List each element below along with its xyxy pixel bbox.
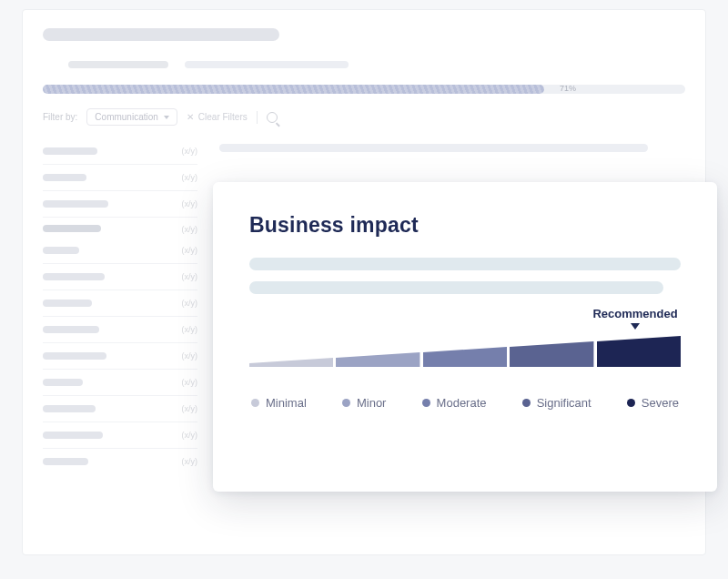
- svg-marker-3: [510, 341, 593, 367]
- bg-left-sidebar: (x/y) (x/y) (x/y) (x/y) (x/y) (x/y) (x/y…: [43, 138, 197, 474]
- bg-subheader-placeholder-a: [68, 61, 168, 68]
- recommended-indicator: Recommended: [590, 307, 681, 330]
- legend-label: Minor: [357, 396, 387, 410]
- bg-subheader-row: [43, 61, 685, 68]
- legend-dot-icon: [522, 399, 531, 407]
- card-title: Business impact: [249, 213, 681, 238]
- list-item[interactable]: (x/y): [43, 422, 197, 449]
- clear-filters-label: Clear Filters: [198, 112, 248, 122]
- bg-title-row: [43, 28, 685, 41]
- filter-by-label: Filter by:: [43, 112, 77, 122]
- legend-label: Significant: [537, 396, 592, 410]
- list-item[interactable]: (x/y): [43, 396, 197, 422]
- card-description-placeholder: [249, 281, 663, 294]
- recommended-label: Recommended: [590, 307, 681, 320]
- legend-dot-icon: [627, 399, 635, 407]
- list-item[interactable]: (x/y): [43, 370, 197, 396]
- business-impact-card: Business impact Recommended MinimalMinor…: [213, 182, 717, 492]
- list-item[interactable]: (x/y): [43, 264, 197, 290]
- filter-toolbar: Filter by: Communication ✕ Clear Filters: [43, 108, 685, 126]
- legend-item-moderate: Moderate: [422, 396, 487, 410]
- list-item[interactable]: (x/y): [43, 138, 197, 165]
- search-icon[interactable]: [267, 112, 278, 123]
- progress-bar: 71%: [43, 85, 685, 94]
- bg-subheader-placeholder-b: [185, 61, 349, 68]
- legend-item-severe: Severe: [627, 396, 679, 410]
- caret-down-icon: [631, 323, 640, 330]
- impact-scale-chart: Recommended MinimalMinorModerateSignific…: [249, 336, 681, 410]
- list-item[interactable]: (x/y): [43, 343, 197, 370]
- legend-label: Minimal: [266, 396, 307, 410]
- list-item[interactable]: (x/y): [43, 290, 197, 317]
- impact-legend: MinimalMinorModerateSignificantSevere: [249, 396, 681, 410]
- clear-filters-button[interactable]: ✕ Clear Filters: [187, 112, 248, 122]
- legend-item-minor: Minor: [342, 396, 387, 410]
- impact-wedge-significant[interactable]: [510, 336, 593, 367]
- svg-marker-2: [423, 347, 507, 367]
- svg-marker-1: [336, 352, 420, 367]
- svg-marker-0: [249, 358, 333, 367]
- legend-label: Moderate: [437, 396, 487, 410]
- chevron-down-icon: [164, 116, 169, 119]
- svg-marker-4: [597, 336, 681, 367]
- list-item[interactable]: (x/y): [43, 317, 197, 343]
- impact-wedge-moderate[interactable]: [423, 336, 507, 367]
- list-item[interactable]: (x/y): [43, 449, 197, 474]
- progress-percent-label: 71%: [560, 84, 576, 93]
- progress-bar-fill: [43, 85, 544, 94]
- legend-label: Severe: [642, 396, 679, 410]
- list-item[interactable]: (x/y): [43, 191, 197, 218]
- legend-dot-icon: [422, 399, 430, 407]
- toolbar-divider: [257, 111, 258, 124]
- card-description-placeholder: [249, 258, 681, 270]
- legend-dot-icon: [251, 399, 259, 407]
- impact-wedge-severe[interactable]: [597, 336, 681, 367]
- legend-item-significant: Significant: [522, 396, 592, 410]
- legend-item-minimal: Minimal: [251, 396, 307, 410]
- list-item[interactable]: (x/y): [43, 165, 197, 191]
- impact-wedges: [249, 336, 681, 367]
- impact-wedge-minimal[interactable]: [249, 336, 333, 367]
- filter-select-value: Communication: [95, 112, 157, 122]
- content-placeholder-line: [219, 144, 648, 152]
- list-group-header: (x/y): [43, 218, 197, 238]
- bg-page-title-placeholder: [43, 28, 279, 41]
- filter-select[interactable]: Communication: [86, 108, 177, 126]
- close-icon: ✕: [187, 112, 194, 122]
- list-item[interactable]: (x/y): [43, 238, 197, 264]
- impact-wedge-minor[interactable]: [336, 336, 420, 367]
- legend-dot-icon: [342, 399, 350, 407]
